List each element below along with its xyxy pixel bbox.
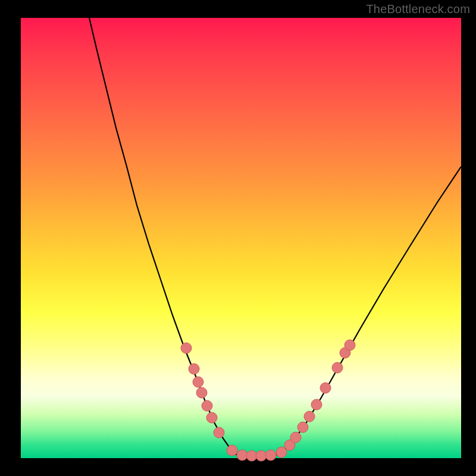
highlight-dot: [304, 411, 315, 422]
highlight-dot: [193, 377, 203, 387]
highlight-dot: [256, 450, 267, 461]
highlight-dot: [189, 364, 199, 374]
highlight-dot: [320, 383, 331, 393]
highlight-dot: [276, 447, 287, 458]
highlight-dot: [332, 362, 343, 373]
curve-layer: [21, 18, 461, 458]
curve-right-branch: [278, 167, 461, 455]
highlight-dot: [298, 422, 308, 433]
highlight-dot: [246, 450, 257, 461]
highlight-dot: [237, 450, 248, 461]
curve-left-branch: [89, 18, 236, 455]
highlight-dot: [345, 340, 355, 350]
highlight-dot: [202, 400, 212, 411]
watermark-text: TheBottleneck.com: [366, 2, 470, 16]
highlight-dot: [265, 450, 276, 461]
chart-frame: TheBottleneck.com: [0, 0, 476, 476]
highlight-dot: [214, 427, 224, 438]
plot-area: [21, 18, 461, 458]
highlight-dot: [181, 343, 192, 353]
highlight-dot: [206, 412, 217, 423]
highlight-dot: [290, 432, 301, 443]
highlight-dots: [181, 340, 355, 461]
highlight-dot: [311, 399, 322, 410]
highlight-dot: [227, 445, 237, 456]
highlight-dot: [196, 387, 207, 398]
